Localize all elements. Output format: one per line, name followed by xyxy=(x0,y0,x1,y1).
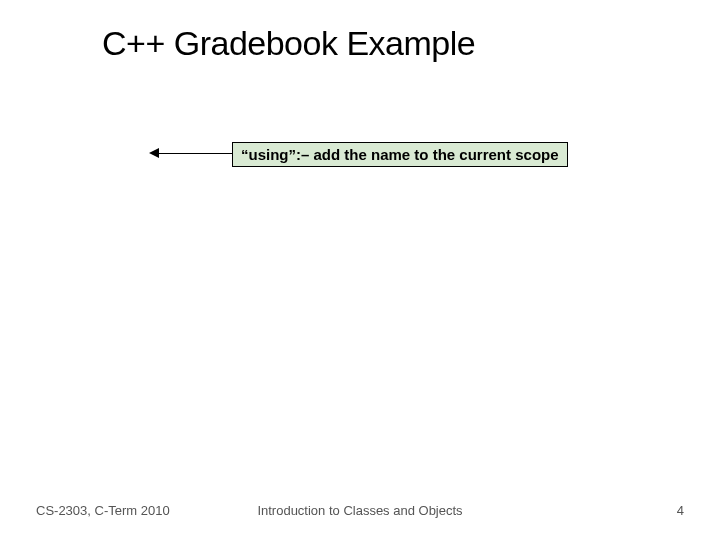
callout-arrow-head xyxy=(149,148,159,158)
callout-arrow-line xyxy=(155,153,232,154)
slide-title: C++ Gradebook Example xyxy=(102,24,475,63)
callout-using-explanation: “using”:– add the name to the current sc… xyxy=(232,142,568,167)
footer-page-number: 4 xyxy=(677,503,684,518)
footer-course-info: CS-2303, C-Term 2010 xyxy=(36,503,170,518)
footer-topic: Introduction to Classes and Objects xyxy=(257,503,462,518)
